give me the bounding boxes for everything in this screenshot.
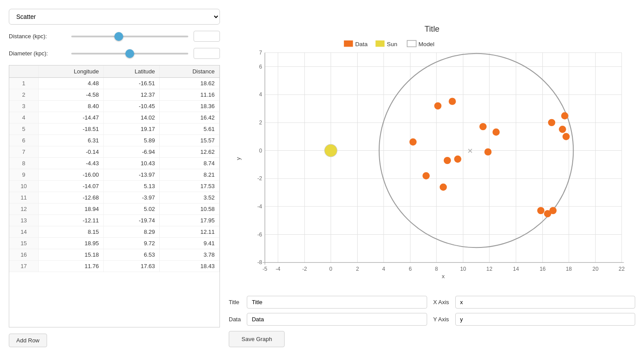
- table-row: 1518.959.729.41: [9, 238, 220, 249]
- row-index: 5: [9, 124, 38, 135]
- svg-point-61: [548, 119, 555, 126]
- data-label: Data: [229, 316, 241, 323]
- row-cell: 19.17: [103, 124, 159, 135]
- title-input[interactable]: [247, 296, 427, 309]
- row-cell: 18.36: [160, 101, 220, 112]
- svg-text:14: 14: [513, 266, 519, 272]
- svg-text:-8: -8: [257, 259, 262, 265]
- svg-text:18: 18: [566, 266, 572, 272]
- xaxis-input[interactable]: [455, 296, 635, 309]
- table-row: 2-4.5812.3711.16: [9, 89, 220, 101]
- svg-text:0: 0: [329, 266, 333, 272]
- svg-text:12: 12: [487, 266, 493, 272]
- row-index: 11: [9, 192, 38, 203]
- row-index: 9: [9, 169, 38, 181]
- row-index: 15: [9, 238, 38, 249]
- row-cell: 17.53: [160, 181, 220, 192]
- right-panel: Title Data Sun Model: [229, 9, 635, 347]
- xaxis-label: X Axis: [433, 299, 449, 305]
- row-cell: 5.13: [103, 181, 159, 192]
- row-cell: 10.43: [103, 158, 159, 169]
- diameter-slider[interactable]: [71, 53, 188, 54]
- row-cell: 14.02: [103, 112, 159, 124]
- legend-model-label: Model: [418, 41, 434, 47]
- row-cell: -6.94: [103, 146, 159, 158]
- center-mark: ✕: [467, 147, 473, 155]
- row-cell: -13.97: [103, 169, 159, 181]
- row-cell: -3.97: [103, 192, 159, 203]
- data-table: Longitude Latitude Distance 14.48-16.511…: [9, 65, 220, 272]
- svg-text:8: 8: [435, 266, 438, 272]
- svg-text:-2: -2: [302, 266, 307, 272]
- svg-text:6: 6: [259, 64, 262, 70]
- svg-point-57: [493, 128, 500, 135]
- svg-text:-6: -6: [257, 232, 262, 238]
- legend-model-icon: [407, 40, 417, 47]
- y-tick-labels: 7 6 4 2 0 -2 -4 -6 -8: [257, 50, 262, 265]
- chart-wrapper: Title Data Sun Model: [229, 9, 635, 291]
- data-input[interactable]: [247, 313, 427, 326]
- svg-text:10: 10: [460, 266, 466, 272]
- row-cell: 16.42: [160, 112, 220, 124]
- table-row: 4-14.4714.0216.42: [9, 112, 220, 124]
- svg-point-63: [561, 112, 568, 119]
- distance-value[interactable]: 11.92: [194, 31, 220, 42]
- yaxis-input[interactable]: [455, 313, 635, 326]
- row-index: 16: [9, 249, 38, 261]
- svg-point-48: [434, 102, 441, 109]
- svg-point-50: [410, 138, 417, 145]
- row-cell: 17.95: [160, 215, 220, 226]
- legend-sun-icon: [376, 40, 385, 47]
- row-cell: 18.43: [160, 261, 220, 272]
- table-row: 5-18.5119.175.61: [9, 124, 220, 135]
- svg-point-53: [444, 157, 451, 164]
- svg-text:7: 7: [259, 50, 262, 56]
- row-index: 10: [9, 181, 38, 192]
- col-longitude: Longitude: [38, 65, 103, 78]
- svg-point-55: [479, 123, 487, 130]
- row-cell: 18.62: [160, 78, 220, 89]
- svg-point-52: [439, 184, 446, 191]
- svg-text:-4: -4: [257, 203, 262, 210]
- diameter-value[interactable]: 14.98: [194, 48, 220, 59]
- svg-point-64: [563, 133, 570, 140]
- row-cell: 11.16: [160, 89, 220, 101]
- svg-point-60: [549, 207, 556, 214]
- svg-point-56: [484, 148, 491, 155]
- legend-data-icon: [344, 40, 353, 47]
- svg-point-54: [454, 156, 461, 163]
- table-row: 7-0.14-6.9412.62: [9, 146, 220, 158]
- add-row-button[interactable]: Add Row: [9, 334, 47, 347]
- chart-title: Title: [424, 24, 439, 33]
- svg-text:-2: -2: [257, 175, 262, 182]
- svg-point-58: [537, 207, 544, 214]
- svg-point-51: [422, 172, 429, 179]
- row-cell: -16.51: [103, 78, 159, 89]
- table-row: 1711.7617.6318.43: [9, 261, 220, 272]
- row-index: 7: [9, 146, 38, 158]
- row-cell: 5.02: [103, 203, 159, 215]
- svg-text:-5: -5: [263, 266, 267, 272]
- distance-slider[interactable]: [71, 36, 188, 37]
- row-cell: 15.18: [38, 249, 103, 261]
- chart-svg: Title Data Sun Model: [229, 9, 635, 291]
- svg-text:-4: -4: [275, 266, 280, 272]
- row-cell: -14.07: [38, 181, 103, 192]
- row-cell: 18.95: [38, 238, 103, 249]
- row-cell: -0.14: [38, 146, 103, 158]
- save-graph-button[interactable]: Save Graph: [229, 331, 285, 347]
- col-distance: Distance: [160, 65, 220, 78]
- table-row: 10-14.075.1317.53: [9, 181, 220, 192]
- row-cell: -4.58: [38, 89, 103, 101]
- row-cell: 9.72: [103, 238, 159, 249]
- chart-type-select[interactable]: Scatter Line Bar: [9, 9, 220, 25]
- row-cell: 15.57: [160, 135, 220, 146]
- svg-point-49: [449, 98, 456, 105]
- legend-sun-label: Sun: [387, 41, 397, 47]
- row-index: 12: [9, 203, 38, 215]
- row-index: 13: [9, 215, 38, 226]
- diameter-label: Diameter (kpc):: [9, 50, 66, 57]
- row-cell: 4.48: [38, 78, 103, 89]
- row-cell: 3.52: [160, 192, 220, 203]
- row-cell: 6.31: [38, 135, 103, 146]
